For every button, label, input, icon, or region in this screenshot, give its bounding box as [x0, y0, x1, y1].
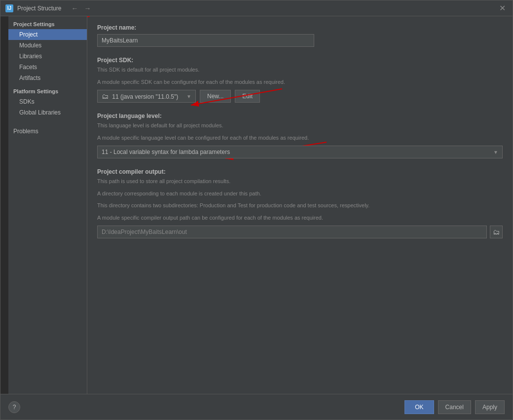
compiler-browse-button[interactable]: 🗂 — [490, 226, 503, 238]
lang-section-title: Project language level: — [97, 113, 503, 119]
sdk-dropdown[interactable]: 🗂 11 (java version "11.0.5") ▼ — [97, 90, 196, 103]
back-button[interactable]: ← — [69, 4, 80, 12]
project-name-section: Project name: — [97, 24, 503, 47]
footer-right: OK Cancel Apply — [404, 400, 505, 414]
sidebar-item-problems[interactable]: Problems — [8, 126, 87, 137]
title-bar-left: IJ Project Structure ← → — [5, 4, 93, 12]
app-icon: IJ — [5, 4, 13, 12]
ok-button[interactable]: OK — [404, 400, 434, 414]
lang-dropdown-arrow: ▼ — [493, 150, 498, 155]
sdk-desc-2: A module specific SDK can be configured … — [97, 78, 503, 86]
sdk-desc-1: This SDK is default for all project modu… — [97, 66, 503, 74]
sdk-edit-button[interactable]: Edit — [235, 90, 260, 103]
forward-button[interactable]: → — [82, 4, 93, 12]
sidebar-item-libraries[interactable]: Libraries — [8, 51, 87, 62]
footer-left: ? — [8, 401, 20, 413]
compiler-desc-4: A module specific compiler output path c… — [97, 214, 503, 222]
compiler-path-input[interactable] — [97, 226, 487, 238]
sdk-dropdown-arrow: ▼ — [186, 94, 191, 99]
close-button[interactable]: ✕ — [497, 3, 508, 13]
sidebar-item-global-libraries[interactable]: Global Libraries — [8, 107, 87, 118]
main-content: Project name: Project SDK: This SDK is d… — [87, 16, 513, 394]
red-arrow-1 — [87, 16, 95, 41]
sidebar-item-modules[interactable]: Modules — [8, 40, 87, 51]
project-name-input[interactable] — [97, 34, 314, 47]
sdk-section: Project SDK: This SDK is default for all… — [97, 57, 503, 103]
compiler-section: Project compiler output: This path is us… — [97, 168, 503, 238]
sdk-row: 🗂 11 (java version "11.0.5") ▼ New... Ed… — [97, 90, 503, 103]
sidebar-item-project[interactable]: Project — [8, 29, 87, 40]
project-name-label: Project name: — [97, 24, 503, 31]
compiler-section-title: Project compiler output: — [97, 168, 503, 175]
lang-dropdown[interactable]: 11 - Local variable syntax for lambda pa… — [97, 146, 503, 158]
compiler-desc-1: This path is used to store all project c… — [97, 177, 503, 186]
cancel-button[interactable]: Cancel — [438, 400, 471, 414]
project-settings-header: Project Settings — [8, 18, 87, 29]
sdk-section-title: Project SDK: — [97, 57, 503, 64]
lang-desc-2: A module specific language level can be … — [97, 134, 503, 142]
platform-settings-header: Platform Settings — [8, 83, 87, 96]
compiler-desc-3: This directory contains two subdirectori… — [97, 201, 503, 210]
title-bar: IJ Project Structure ← → ✕ — [0, 0, 513, 16]
language-section: Project language level: This language le… — [97, 113, 503, 158]
sidebar: Project Settings Project Modules Librari… — [8, 16, 87, 394]
dialog-body: Project Settings Project Modules Librari… — [0, 16, 513, 394]
left-edge-tabs — [0, 16, 8, 394]
compiler-desc-2: A directory corresponding to each module… — [97, 190, 503, 198]
sdk-new-button[interactable]: New... — [200, 90, 231, 103]
title-nav: ← → — [69, 4, 93, 12]
sidebar-item-artifacts[interactable]: Artifacts — [8, 73, 87, 83]
svg-line-1 — [87, 16, 90, 30]
apply-button[interactable]: Apply — [475, 400, 505, 414]
project-structure-dialog: IJ Project Structure ← → ✕ Project Setti… — [0, 0, 513, 420]
dialog-footer: ? OK Cancel Apply — [0, 394, 513, 420]
sidebar-item-facets[interactable]: Facets — [8, 62, 87, 73]
compiler-output-row: 🗂 — [97, 226, 503, 238]
dialog-title: Project Structure — [17, 5, 61, 12]
sidebar-item-sdks[interactable]: SDKs — [8, 96, 87, 107]
sdk-folder-icon: 🗂 — [102, 92, 109, 100]
help-button[interactable]: ? — [8, 401, 20, 413]
lang-desc-1: This language level is default for all p… — [97, 121, 503, 130]
